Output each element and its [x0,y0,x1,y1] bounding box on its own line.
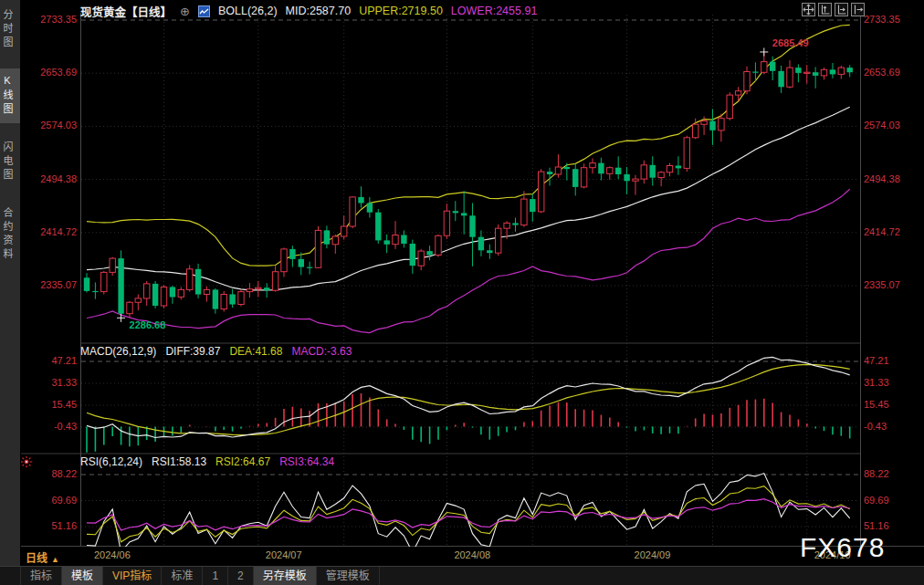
rsi1-value: RSI1:58.13 [152,455,206,468]
price-annotation: 2685.49 [772,37,809,48]
rsi-axis-label: 69.69 [864,495,919,506]
watermark: FX678 [800,532,885,563]
price-annotation: 2286.68 [130,319,166,330]
price-axis-label: 2414.72 [864,226,919,237]
toolbar-item[interactable]: 2 [228,567,254,585]
macd-axis-label: -0.43 [27,421,77,432]
macd-axis-label: 31.33 [864,377,919,388]
chart-header: 现货黄金【日线】 ⊕ BOLL(26,2) MID:2587.70 UPPER:… [80,4,537,18]
macd-dea-value: DEA:41.68 [229,345,282,358]
trading-app-window: 2733.352733.352653.692653.692574.032574.… [0,0,924,585]
chart-tools [802,3,865,16]
price-axis-label: 2733.35 [27,14,77,25]
price-axis-label: 2494.38 [27,173,77,184]
period-selector-label: 日线 [26,552,47,565]
macd-label-row: MACD(26,12,9) DIFF:39.87 DEA:41.68 MACD:… [80,345,352,358]
toolbar-item[interactable]: 1 [203,567,228,585]
price-axis-label: 2335.07 [27,279,77,290]
rsi-axis-label: 51.16 [27,520,77,531]
macd-axis-label: 15.45 [864,399,919,410]
toolbar-item[interactable]: VIP指标 [103,567,162,585]
macd-axis-label: 15.45 [27,399,77,410]
rsi-label-row: RSI(6,12,24) RSI1:58.13 RSI2:64.67 RSI3:… [80,455,334,468]
macd-diff-value: DIFF:39.87 [165,345,220,358]
mini-chart-icon[interactable] [198,5,210,17]
x-axis-label: 2024/06 [94,549,131,560]
rsi-axis-label: 88.22 [27,468,77,479]
bottom-toolbar: 指标模板VIP指标标准12另存模板管理模板 [0,566,924,585]
price-axis-label: 2335.07 [864,279,919,290]
x-axis-label: 2024/07 [266,549,302,560]
macd-axis-label: 47.21 [864,355,919,366]
boll-upper-value: UPPER:2719.50 [359,5,443,17]
macd-label: MACD(26,12,9) [80,345,156,358]
macd-value: MACD:-3.63 [291,345,352,358]
macd-axis-label: -0.43 [864,421,919,432]
toolbar-item[interactable]: 指标 [20,567,62,585]
boll-mid-value: MID:2587.70 [286,5,352,17]
sidebar-item[interactable]: 合约资料 [0,201,20,268]
x-axis-label: 2024/08 [454,549,490,560]
toolbar-item[interactable]: 管理模板 [317,567,380,585]
rsi-label: RSI(6,12,24) [80,455,142,468]
price-axis-label: 2494.38 [864,173,919,184]
price-axis-label: 2653.69 [27,67,77,78]
main-chart-canvas[interactable] [0,0,924,566]
price-axis-label: 2653.69 [864,67,919,78]
axis-pan-icon[interactable] [851,3,865,16]
toolbar-item[interactable]: 另存模板 [254,567,317,585]
sidebar-item[interactable]: 分时图 [0,3,20,57]
symbol-title: 现货黄金【日线】 [80,3,172,20]
rsi2-value: RSI2:64.67 [215,455,270,468]
axis-zoom-y-icon[interactable] [818,3,832,16]
rsi-settings-icon [21,456,33,468]
rsi-axis-label: 51.16 [864,520,919,531]
macd-axis-label: 31.33 [27,377,77,388]
price-axis-label: 2733.35 [864,14,919,25]
price-axis-label: 2414.72 [27,226,77,237]
sidebar-item[interactable]: 闪电图 [0,135,20,189]
toolbar-item[interactable]: 标准 [162,567,203,585]
price-axis-label: 2574.03 [27,120,77,131]
toolbar-item[interactable]: 模板 [62,567,103,585]
x-axis-label: 2024/09 [635,549,671,560]
dropdown-arrow-icon: ▲ [51,555,59,564]
price-axis-label: 2574.03 [864,120,919,131]
chart-type-sidebar: 分时图K线图闪电图合约资料 [0,0,21,566]
sidebar-item[interactable]: K线图 [0,68,20,123]
period-selector[interactable]: 日线▲ [26,549,59,565]
macd-axis-label: 47.21 [27,355,77,366]
rsi-axis-label: 88.22 [864,468,919,479]
rsi3-value: RSI3:64.34 [279,455,334,468]
boll-label: BOLL(26,2) [218,5,278,17]
expand-icon[interactable]: ⊕ [180,5,190,18]
crosshair-icon[interactable] [802,3,815,16]
boll-lower-value: LOWER:2455.91 [451,5,538,17]
rsi-axis-label: 69.69 [27,495,77,506]
axis-zoom-x-icon[interactable] [835,3,848,16]
